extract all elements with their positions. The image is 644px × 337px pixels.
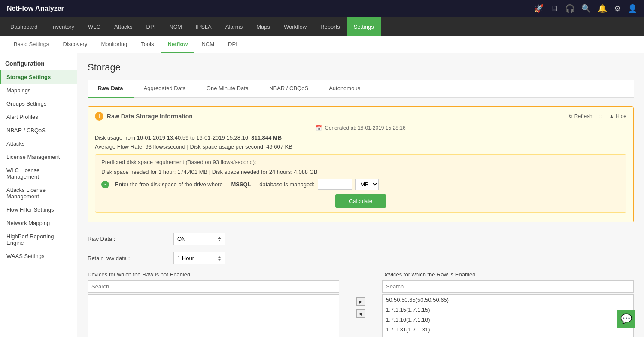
disk-unit-select[interactable]: MB GB TB <box>355 179 379 190</box>
search-icon[interactable]: 🔍 <box>581 4 591 13</box>
page-title: Storage <box>88 62 634 73</box>
predicted-day-text: Disk space needed for 24 hours: 4.088 GB <box>212 169 318 175</box>
nav-reports[interactable]: Reports <box>313 17 347 36</box>
disk-usage-text: Disk usage from 16-01-2019 13:40:59 to 1… <box>95 134 251 141</box>
separator: :: <box>599 113 602 119</box>
tab-one-minute-data[interactable]: One Minute Data <box>196 80 259 98</box>
disk-space-prompt: Enter the free disk space of the drive w… <box>115 181 223 188</box>
tab-raw-data[interactable]: Raw Data <box>88 80 134 98</box>
raw-data-label: Raw Data : <box>88 236 173 242</box>
chat-button[interactable]: 💬 <box>617 310 635 328</box>
subnav-monitoring[interactable]: Monitoring <box>94 36 134 53</box>
tab-nbar-cbqos[interactable]: NBAR / CBQoS <box>259 80 319 98</box>
sidebar-item-flow-filter[interactable]: Flow Filter Settings <box>0 203 77 216</box>
predicted-hour-row: Disk space needed for 1 hour: 174.401 MB… <box>101 169 620 175</box>
monitor-icon[interactable]: 🖥 <box>550 4 558 13</box>
bell-icon[interactable]: 🔔 <box>598 4 607 13</box>
predicted-sep: | <box>209 169 212 175</box>
sidebar-item-license-management[interactable]: License Management <box>0 150 77 164</box>
sidebar-item-network-mapping[interactable]: Network Mapping <box>0 216 77 230</box>
enabled-list: 50.50.50.65(50.50.50.65) 1.7.1.15(1.7.1.… <box>382 294 634 337</box>
refresh-action[interactable]: ↻ Refresh <box>568 113 592 119</box>
layout: Configuration Storage Settings Mappings … <box>0 53 644 337</box>
calculate-button[interactable]: Calculate <box>335 194 386 208</box>
tab-autonomous[interactable]: Autonomous <box>319 80 371 98</box>
main-content: Storage Raw Data Aggregated Data One Min… <box>77 53 644 337</box>
mssql-label: MSSQL <box>231 181 251 188</box>
enabled-list-container: Devices for which the Raw is Enabled 50.… <box>382 271 634 337</box>
not-enabled-list-container: Devices for which the Raw is not Enabled <box>88 271 339 337</box>
top-icons: 🚀 🖥 🎧 🔍 🔔 ⚙ 👤 <box>534 4 637 13</box>
nav-settings[interactable]: Settings <box>347 17 381 36</box>
predicted-hour-text: Disk space needed for 1 hour: 174.401 MB <box>101 169 207 175</box>
info-box-title-text: Raw Data Storage Information <box>107 113 193 120</box>
list-item[interactable]: 1.7.1.31(1.7.1.31) <box>383 325 633 334</box>
refresh-icon: ↻ <box>568 113 573 119</box>
enabled-search[interactable] <box>382 280 634 293</box>
top-bar: NetFlow Analyzer 🚀 🖥 🎧 🔍 🔔 ⚙ 👤 <box>0 0 644 17</box>
nav-attacks[interactable]: Attacks <box>107 17 140 36</box>
sidebar-item-alert-profiles[interactable]: Alert Profiles <box>0 110 77 124</box>
nav-workflow[interactable]: Workflow <box>277 17 313 36</box>
subnav-dpi[interactable]: DPI <box>221 36 244 53</box>
list-item[interactable]: 50.50.50.65(50.50.50.65) <box>383 295 633 305</box>
hide-label: Hide <box>616 113 626 119</box>
info-box: i Raw Data Storage Information ↻ Refresh… <box>88 106 634 222</box>
nav-dashboard[interactable]: Dashboard <box>3 17 45 36</box>
arrow-right-btn[interactable]: ▶ <box>356 297 365 306</box>
subnav-netflow[interactable]: Netflow <box>161 36 195 53</box>
info-box-title: i Raw Data Storage Information <box>95 112 193 121</box>
list-item[interactable]: 1.7.1.16(1.7.1.16) <box>383 315 633 325</box>
arrow-col: ▶ ◀ <box>356 271 365 318</box>
retain-raw-data-select[interactable]: 1 Hour 2 Hours 4 Hours 8 Hours 12 Hours … <box>173 252 225 264</box>
user-icon[interactable]: 👤 <box>628 4 637 13</box>
subnav-tools[interactable]: Tools <box>134 36 161 53</box>
app-title: NetFlow Analyzer <box>7 5 534 12</box>
hide-action[interactable]: ▲ Hide <box>609 113 626 119</box>
gear-icon[interactable]: ⚙ <box>614 4 621 13</box>
disk-usage-row: Disk usage from 16-01-2019 13:40:59 to 1… <box>95 134 626 141</box>
generated-at-text: Generated at: 16-01-2019 15:28:16 <box>325 125 405 131</box>
nav-bar: Dashboard Inventory WLC Attacks DPI NCM … <box>0 17 644 36</box>
list-item[interactable]: 1.7.1.15(1.7.1.15) <box>383 305 633 315</box>
sidebar-item-attacks-license[interactable]: Attacks License Management <box>0 183 77 203</box>
not-enabled-search[interactable] <box>88 280 339 293</box>
calendar-icon: 📅 <box>316 125 322 131</box>
disk-per-sec-text: Disk space usage per second: 49.607 KB <box>190 143 292 150</box>
refresh-label: Refresh <box>574 113 592 119</box>
not-enabled-title: Devices for which the Raw is not Enabled <box>88 271 339 278</box>
sidebar-item-wlc-license[interactable]: WLC License Management <box>0 164 77 183</box>
subnav-ncm[interactable]: NCM <box>194 36 221 53</box>
sidebar-item-nbar-cbqos[interactable]: NBAR / CBQoS <box>0 124 77 137</box>
nav-inventory[interactable]: Inventory <box>45 17 81 36</box>
disk-usage-value: 311.844 MB <box>251 134 282 141</box>
tab-aggregated-data[interactable]: Aggregated Data <box>134 80 196 98</box>
headset-icon[interactable]: 🎧 <box>565 4 574 13</box>
green-check-icon: ✓ <box>101 181 109 188</box>
subnav-discovery[interactable]: Discovery <box>56 36 94 53</box>
sidebar-item-waas[interactable]: WAAS Settings <box>0 249 77 263</box>
raw-data-setting-row: Raw Data : ON OFF <box>88 233 634 245</box>
sidebar-item-mappings[interactable]: Mappings <box>0 84 77 97</box>
generated-at: 📅 Generated at: 16-01-2019 15:28:16 <box>95 125 626 131</box>
nav-dpi[interactable]: DPI <box>140 17 163 36</box>
disk-space-row: ✓ Enter the free disk space of the drive… <box>101 179 620 190</box>
subnav-basic-settings[interactable]: Basic Settings <box>7 36 56 53</box>
nav-ncm[interactable]: NCM <box>162 17 189 36</box>
nav-maps[interactable]: Maps <box>249 17 277 36</box>
raw-data-select[interactable]: ON OFF <box>173 233 225 245</box>
disk-space-input[interactable] <box>318 179 352 190</box>
sidebar-item-groups-settings[interactable]: Groups Settings <box>0 97 77 110</box>
info-box-actions: ↻ Refresh :: ▲ Hide <box>568 113 626 119</box>
sidebar: Configuration Storage Settings Mappings … <box>0 53 77 337</box>
sidebar-item-storage-settings[interactable]: Storage Settings <box>0 70 77 84</box>
sidebar-title: Configuration <box>0 53 77 70</box>
nav-alarms[interactable]: Alarms <box>219 17 249 36</box>
sidebar-item-attacks[interactable]: Attacks <box>0 137 77 150</box>
rocket-icon[interactable]: 🚀 <box>534 4 544 13</box>
arrow-left-btn[interactable]: ◀ <box>356 309 365 318</box>
nav-ipsla[interactable]: IPSLA <box>189 17 219 36</box>
sidebar-item-highperf[interactable]: HighPerf Reporting Engine <box>0 230 77 249</box>
nav-wlc[interactable]: WLC <box>81 17 107 36</box>
sub-nav: Basic Settings Discovery Monitoring Tool… <box>0 36 644 53</box>
